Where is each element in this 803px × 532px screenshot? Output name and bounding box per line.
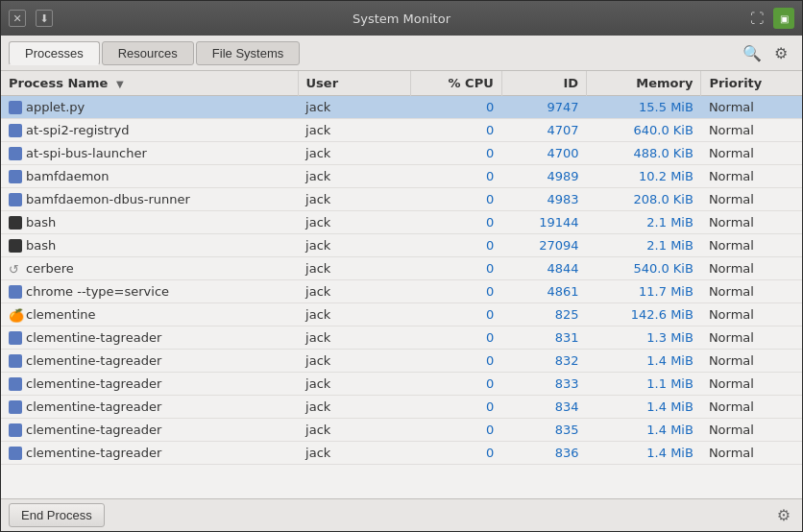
cell-priority: Normal — [701, 326, 802, 350]
process-table-body: applet.py jack 0 9747 15.5 MiB Normal at… — [1, 96, 802, 465]
name-cell: 🍊 clementine — [9, 307, 290, 322]
cell-name: bash — [1, 211, 298, 234]
statusbar-gear-icon: ⚙ — [777, 506, 791, 524]
close-button[interactable]: ✕ — [9, 10, 26, 27]
process-table-container[interactable]: Process Name ▼ User % CPU ID Memory Prio… — [1, 71, 802, 498]
process-name: bash — [26, 238, 56, 253]
statusbar-gear-button[interactable]: ⚙ — [773, 505, 794, 526]
name-cell: bamfdaemon — [9, 169, 290, 183]
table-row[interactable]: bash jack 0 27094 2.1 MiB Normal — [1, 234, 802, 257]
cell-cpu: 0 — [411, 96, 501, 119]
table-row[interactable]: clementine-tagreader jack 0 832 1.4 MiB … — [1, 350, 802, 373]
table-row[interactable]: bash jack 0 19144 2.1 MiB Normal — [1, 211, 802, 234]
cell-cpu: 0 — [411, 303, 501, 326]
name-cell: clementine-tagreader — [9, 446, 290, 460]
app-icon — [9, 101, 22, 114]
cell-memory: 488.0 KiB — [587, 142, 701, 165]
maximize-icon: ⛶ — [750, 11, 764, 26]
table-row[interactable]: clementine-tagreader jack 0 831 1.3 MiB … — [1, 326, 802, 350]
table-row[interactable]: clementine-tagreader jack 0 835 1.4 MiB … — [1, 419, 802, 442]
cell-memory: 11.7 MiB — [587, 280, 701, 303]
process-name: clementine-tagreader — [26, 376, 161, 391]
app-icon — [9, 193, 22, 206]
cell-priority: Normal — [701, 350, 802, 373]
cell-id: 4861 — [501, 280, 586, 303]
cell-id: 831 — [501, 326, 586, 350]
col-header-cpu[interactable]: % CPU — [411, 71, 501, 96]
cell-user: jack — [298, 373, 411, 396]
table-row[interactable]: chrome --type=service jack 0 4861 11.7 M… — [1, 280, 802, 303]
tab-filesystems[interactable]: File Systems — [196, 41, 300, 65]
cerbere-icon: ↺ — [9, 262, 22, 276]
col-header-priority[interactable]: Priority — [701, 71, 802, 96]
cell-name: chrome --type=service — [1, 280, 298, 303]
cell-cpu: 0 — [411, 165, 501, 188]
monitor-button[interactable]: ▣ — [773, 8, 794, 29]
process-name: clementine — [26, 307, 96, 322]
cell-priority: Normal — [701, 280, 802, 303]
cell-cpu: 0 — [411, 326, 501, 350]
statusbar: End Process ⚙ — [1, 498, 802, 531]
cell-priority: Normal — [701, 96, 802, 119]
table-row[interactable]: clementine-tagreader jack 0 836 1.4 MiB … — [1, 442, 802, 465]
minimize-button[interactable]: ⬇ — [36, 10, 53, 27]
app-icon — [9, 285, 22, 299]
settings-button[interactable]: ⚙ — [767, 39, 794, 66]
table-row[interactable]: bamfdaemon-dbus-runner jack 0 4983 208.0… — [1, 188, 802, 211]
cell-cpu: 0 — [411, 419, 501, 442]
cell-id: 832 — [501, 350, 586, 373]
tab-processes[interactable]: Processes — [9, 41, 100, 65]
table-row[interactable]: at-spi2-registryd jack 0 4707 640.0 KiB … — [1, 119, 802, 142]
process-name: at-spi-bus-launcher — [26, 146, 147, 160]
gear-icon: ⚙ — [774, 44, 788, 62]
process-name: bamfdaemon — [26, 169, 110, 183]
cell-name: 🍊 clementine — [1, 303, 298, 326]
table-row[interactable]: ↺ cerbere jack 0 4844 540.0 KiB Normal — [1, 257, 802, 280]
process-name: clementine-tagreader — [26, 399, 161, 414]
app-icon — [9, 423, 22, 437]
table-row[interactable]: bamfdaemon jack 0 4989 10.2 MiB Normal — [1, 165, 802, 188]
cell-cpu: 0 — [411, 257, 501, 280]
name-cell: bash — [9, 215, 290, 230]
col-header-user[interactable]: User — [298, 71, 411, 96]
end-process-button[interactable]: End Process — [9, 503, 105, 527]
cell-id: 825 — [501, 303, 586, 326]
cell-priority: Normal — [701, 165, 802, 188]
cell-user: jack — [298, 442, 411, 465]
col-header-id[interactable]: ID — [501, 71, 586, 96]
table-row[interactable]: clementine-tagreader jack 0 833 1.1 MiB … — [1, 373, 802, 396]
table-row[interactable]: clementine-tagreader jack 0 834 1.4 MiB … — [1, 396, 802, 419]
process-name: bamfdaemon-dbus-runner — [26, 192, 190, 206]
cell-name: bamfdaemon — [1, 165, 298, 188]
cell-id: 4983 — [501, 188, 586, 211]
name-cell: clementine-tagreader — [9, 376, 290, 391]
cell-user: jack — [298, 280, 411, 303]
process-name: clementine-tagreader — [26, 330, 161, 345]
table-row[interactable]: at-spi-bus-launcher jack 0 4700 488.0 Ki… — [1, 142, 802, 165]
col-header-name[interactable]: Process Name ▼ — [1, 71, 298, 96]
cell-cpu: 0 — [411, 142, 501, 165]
cell-id: 4707 — [501, 119, 586, 142]
monitor-icon: ▣ — [780, 13, 789, 24]
cell-id: 836 — [501, 442, 586, 465]
cell-cpu: 0 — [411, 350, 501, 373]
cell-priority: Normal — [701, 396, 802, 419]
cell-memory: 142.6 MiB — [587, 303, 701, 326]
cell-priority: Normal — [701, 188, 802, 211]
cell-id: 4989 — [501, 165, 586, 188]
maximize-button[interactable]: ⛶ — [746, 8, 767, 29]
cell-priority: Normal — [701, 142, 802, 165]
tab-resources[interactable]: Resources — [102, 41, 194, 65]
table-row[interactable]: 🍊 clementine jack 0 825 142.6 MiB Normal — [1, 303, 802, 326]
cell-cpu: 0 — [411, 396, 501, 419]
app-icon — [9, 377, 22, 391]
cell-memory: 640.0 KiB — [587, 119, 701, 142]
cell-user: jack — [298, 326, 411, 350]
table-row[interactable]: applet.py jack 0 9747 15.5 MiB Normal — [1, 96, 802, 119]
cell-id: 833 — [501, 373, 586, 396]
cell-name: clementine-tagreader — [1, 442, 298, 465]
search-button[interactable]: 🔍 — [739, 39, 766, 66]
search-icon: 🔍 — [742, 44, 762, 62]
cell-id: 4700 — [501, 142, 586, 165]
col-header-memory[interactable]: Memory — [587, 71, 701, 96]
